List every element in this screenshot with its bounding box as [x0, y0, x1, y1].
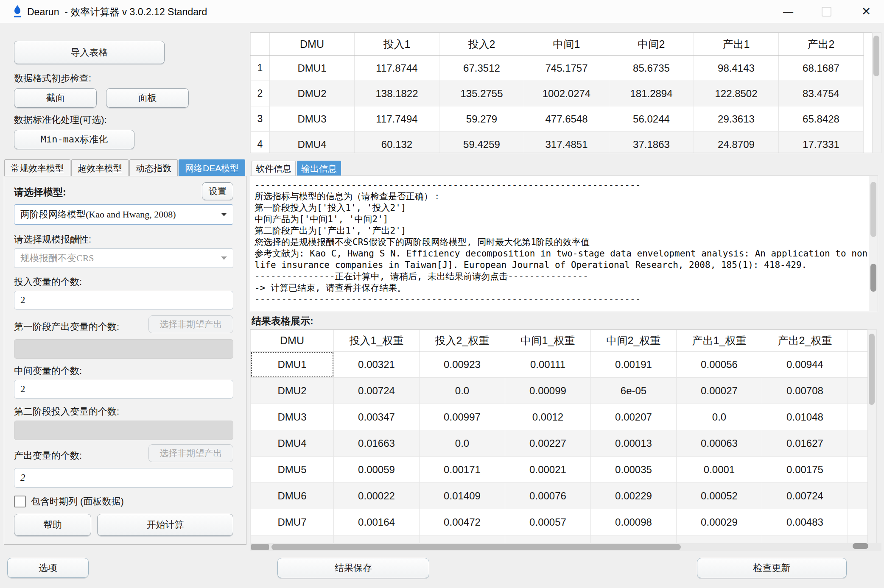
save-results-button[interactable]: 结果保存: [277, 558, 429, 578]
table-cell[interactable]: 0.00347: [334, 404, 420, 430]
column-header-cell[interactable]: 中间1: [524, 33, 609, 56]
model-tab[interactable]: 动态指数: [129, 159, 178, 176]
table-cell[interactable]: DMU4: [251, 430, 334, 457]
table-cell[interactable]: 0.00052: [677, 483, 762, 509]
table-cell[interactable]: 117.8744: [355, 56, 439, 81]
row-number-cell[interactable]: 4: [251, 132, 270, 153]
table-cell[interactable]: 37.1863: [609, 132, 694, 153]
horizontal-scrollbar-left-piece[interactable]: [251, 544, 269, 550]
table-cell[interactable]: 0.00483: [762, 509, 848, 535]
table-cell[interactable]: 24.8709: [694, 132, 779, 153]
table-cell[interactable]: 0.00175: [762, 457, 848, 483]
table-cell[interactable]: 181.2894: [609, 81, 694, 106]
check-update-button[interactable]: 检查更新: [697, 558, 847, 578]
table-cell[interactable]: 0.00032: [505, 535, 591, 543]
table-cell[interactable]: 68.1687: [779, 56, 864, 81]
column-header-cell[interactable]: 投入1_权重: [334, 330, 420, 351]
column-header-cell[interactable]: 中间2: [609, 33, 694, 56]
table-cell[interactable]: DMU6: [251, 483, 334, 509]
table-cell[interactable]: 0.00164: [334, 509, 420, 535]
table-cell[interactable]: DMU3: [251, 404, 334, 430]
model-dropdown[interactable]: 两阶段网络模型(Kao and Hwang, 2008): [14, 204, 233, 225]
help-button[interactable]: 帮助: [14, 514, 91, 536]
table-cell[interactable]: 29.3613: [694, 106, 779, 132]
table-cell[interactable]: 0.00227: [505, 430, 591, 457]
column-header-cell[interactable]: 产出1: [694, 33, 779, 56]
results-scrollbar-thumb[interactable]: [869, 334, 875, 405]
table-cell[interactable]: 0.00027: [677, 378, 762, 404]
table-cell[interactable]: 745.1757: [524, 56, 609, 81]
horizontal-scrollbar-right-piece[interactable]: [853, 543, 868, 549]
table-cell[interactable]: 0.00207: [591, 404, 677, 430]
table-cell[interactable]: 0: [848, 457, 869, 483]
panel-data-button[interactable]: 面板: [106, 88, 189, 108]
table-cell[interactable]: 0: [848, 535, 869, 543]
column-header-cell[interactable]: 投入1: [355, 33, 439, 56]
row-number-cell[interactable]: 2: [251, 81, 270, 106]
table-cell[interactable]: 0.00022: [677, 535, 762, 543]
table-cell[interactable]: 0: [848, 483, 869, 509]
table-cell[interactable]: 138.1822: [355, 81, 439, 106]
column-header-cell[interactable]: 产出1_权重: [677, 330, 762, 351]
minimize-button[interactable]: —: [775, 0, 802, 23]
model-tab[interactable]: 超效率模型: [71, 159, 129, 176]
table-cell[interactable]: 0.01409: [420, 483, 505, 509]
table-cell[interactable]: 0.00229: [591, 483, 677, 509]
table-cell[interactable]: DMU8: [251, 535, 334, 543]
horizontal-scrollbar-thumb[interactable]: [271, 544, 681, 550]
table-cell[interactable]: 0.00321: [334, 351, 420, 378]
model-tab[interactable]: 常规效率模型: [4, 159, 70, 176]
column-header-cell[interactable]: 中间2_权重: [591, 330, 677, 351]
table-cell[interactable]: DMU7: [251, 509, 334, 535]
output-scrollbar-thumb[interactable]: [870, 264, 876, 292]
table-cell[interactable]: 0.01663: [334, 430, 420, 457]
table-cell[interactable]: 0.00944: [762, 351, 848, 378]
table-cell[interactable]: 0: [848, 430, 869, 457]
table-cell[interactable]: 59.279: [439, 106, 524, 132]
input-count-field[interactable]: 2: [14, 291, 233, 309]
mid-count-field[interactable]: 2: [14, 380, 233, 399]
table-cell[interactable]: 65.8428: [779, 106, 864, 132]
info-tab[interactable]: 输出信息: [297, 161, 341, 176]
table-cell[interactable]: 0.00056: [677, 351, 762, 378]
column-header-cell[interactable]: DMU: [270, 33, 355, 56]
table-cell[interactable]: 0.0: [677, 404, 762, 430]
column-header-cell[interactable]: 投入2: [439, 33, 524, 56]
table-cell[interactable]: 0.00171: [420, 457, 505, 483]
output-count-field[interactable]: 2: [14, 468, 233, 488]
cross-section-button[interactable]: 截面: [14, 88, 97, 108]
row-number-cell[interactable]: 1: [251, 56, 270, 81]
table-cell[interactable]: 0: [848, 404, 869, 430]
table-cell[interactable]: DMU4: [270, 132, 355, 153]
table-cell[interactable]: 477.6548: [524, 106, 609, 132]
table-cell[interactable]: 59.4259: [439, 132, 524, 153]
table-cell[interactable]: 122.8502: [694, 81, 779, 106]
table-cell[interactable]: DMU2: [251, 378, 334, 404]
table-cell[interactable]: 0.00724: [334, 378, 420, 404]
table-cell[interactable]: 0.01048: [762, 404, 848, 430]
table-cell[interactable]: 0.00396: [420, 535, 505, 543]
column-header-cell[interactable]: 产出2: [779, 33, 864, 56]
table-cell[interactable]: 135.2755: [439, 81, 524, 106]
table-cell[interactable]: 0.0012: [505, 404, 591, 430]
maximize-button[interactable]: [813, 0, 840, 23]
table-cell[interactable]: 1002.0274: [524, 81, 609, 106]
table-cell[interactable]: 0.00035: [591, 457, 677, 483]
table-cell[interactable]: 0.00997: [420, 404, 505, 430]
table-cell[interactable]: 0.00013: [591, 430, 677, 457]
table-cell[interactable]: 0.00708: [762, 378, 848, 404]
table-cell[interactable]: 0.00191: [591, 351, 677, 378]
column-header-cell[interactable]: 整: [848, 330, 869, 351]
close-button[interactable]: ✕: [853, 0, 880, 23]
table-cell[interactable]: 0.0: [420, 430, 505, 457]
table-cell[interactable]: 0.00063: [677, 430, 762, 457]
table-cell[interactable]: 85.6735: [609, 56, 694, 81]
table-cell[interactable]: 0: [848, 509, 869, 535]
corner-header-cell[interactable]: [251, 33, 270, 56]
table-cell[interactable]: 0.00059: [334, 457, 420, 483]
table-cell[interactable]: 0.01627: [762, 430, 848, 457]
row-number-cell[interactable]: 3: [251, 106, 270, 132]
import-table-button[interactable]: 导入表格: [14, 41, 165, 64]
table-cell[interactable]: 0.00068: [334, 535, 420, 543]
table-cell[interactable]: 83.4754: [779, 81, 864, 106]
